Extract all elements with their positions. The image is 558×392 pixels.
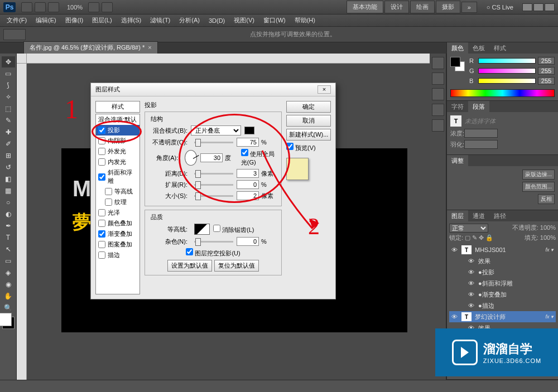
noise-input[interactable] bbox=[237, 237, 259, 246]
style-checkbox[interactable] bbox=[98, 220, 105, 227]
menu-window[interactable]: 窗口(W) bbox=[259, 14, 290, 26]
workspace-basic[interactable]: 基本功能 bbox=[347, 1, 383, 13]
style-checkbox[interactable] bbox=[98, 209, 105, 216]
opacity-input[interactable] bbox=[237, 138, 259, 147]
style-item[interactable]: 描边 bbox=[96, 250, 140, 260]
spread-slider[interactable] bbox=[194, 184, 233, 186]
angle-dial[interactable] bbox=[185, 150, 197, 166]
blur-tool[interactable]: ○ bbox=[2, 197, 15, 208]
style-item[interactable]: 投影 bbox=[96, 125, 140, 135]
workspace-draw[interactable]: 绘画 bbox=[410, 1, 435, 13]
eyedropper-tool[interactable]: ✎ bbox=[2, 115, 15, 126]
type-tool[interactable]: T bbox=[2, 232, 15, 243]
gradient-tool[interactable]: ▦ bbox=[2, 185, 15, 196]
layer-row[interactable]: 👁● 投影 bbox=[449, 267, 556, 278]
new-style-button[interactable]: 新建样式(W)... bbox=[286, 129, 331, 141]
knockout-checkbox[interactable] bbox=[186, 248, 193, 255]
document-tab[interactable]: 名作.jpg @ 46.5% (梦幻设计师, RGB/8#) *× bbox=[23, 41, 158, 54]
crop-tool[interactable]: ⬚ bbox=[2, 103, 15, 114]
history-icon[interactable] bbox=[432, 57, 444, 69]
menu-3d[interactable]: 3D(D) bbox=[204, 16, 229, 26]
style-item[interactable]: 内阴影 bbox=[96, 135, 140, 146]
color-range-button[interactable]: 颜色范围... bbox=[522, 182, 555, 192]
window-minimize[interactable] bbox=[522, 3, 532, 11]
menu-image[interactable]: 图像(I) bbox=[61, 14, 88, 26]
style-checkbox[interactable] bbox=[98, 148, 105, 155]
tab-channels[interactable]: 通道 bbox=[468, 210, 489, 221]
tab-character[interactable]: 字符 bbox=[447, 101, 468, 112]
menu-help[interactable]: 帮助(H) bbox=[290, 14, 320, 26]
screenmode-icon[interactable] bbox=[102, 2, 113, 12]
workspace-design[interactable]: 设计 bbox=[384, 1, 409, 13]
3d-tool[interactable]: ◈ bbox=[2, 267, 15, 278]
layer-row[interactable]: 👁TMHSJS001fx ▾ bbox=[449, 244, 556, 255]
blend-mode-dropdown[interactable]: 正片叠底 bbox=[191, 125, 241, 135]
contour-picker[interactable] bbox=[194, 224, 210, 235]
zoom-level[interactable]: 100% bbox=[67, 4, 83, 11]
layer-row[interactable]: 👁效果 bbox=[449, 255, 556, 267]
style-item[interactable]: 渐变叠加 bbox=[96, 229, 140, 239]
value-b[interactable]: 255 bbox=[538, 77, 555, 85]
styles-header[interactable]: 样式 bbox=[95, 101, 140, 113]
distance-slider[interactable] bbox=[194, 173, 233, 175]
style-checkbox[interactable] bbox=[98, 251, 105, 259]
dialog-title-bar[interactable]: 图层样式 × bbox=[91, 83, 335, 96]
slider-b[interactable] bbox=[478, 78, 536, 84]
hand-tool[interactable]: ✋ bbox=[2, 291, 15, 302]
style-checkbox[interactable] bbox=[105, 188, 112, 195]
window-maximize[interactable] bbox=[533, 3, 543, 11]
layer-row[interactable]: 👁● 斜面和浮雕 bbox=[449, 278, 556, 289]
style-item[interactable]: 等高线 bbox=[96, 186, 140, 197]
global-light-checkbox[interactable] bbox=[241, 149, 248, 156]
bridge-icon[interactable] bbox=[21, 2, 32, 12]
feather-input[interactable] bbox=[464, 140, 498, 149]
layers-icon[interactable] bbox=[432, 104, 444, 116]
style-checkbox[interactable] bbox=[98, 241, 105, 248]
path-tool[interactable]: ↖ bbox=[2, 244, 15, 255]
tab-paragraph[interactable]: 段落 bbox=[468, 101, 489, 112]
move-tool[interactable]: ✥ bbox=[2, 56, 15, 67]
lasso-tool[interactable]: ⟆ bbox=[2, 80, 15, 91]
menu-edit[interactable]: 编辑(E) bbox=[31, 14, 61, 26]
zoom-tool[interactable]: 🔍 bbox=[2, 302, 15, 313]
fx-badge[interactable]: fx ▾ bbox=[545, 314, 554, 320]
style-checkbox[interactable] bbox=[98, 230, 105, 238]
ok-button[interactable]: 确定 bbox=[286, 101, 331, 113]
cs-live[interactable]: CS Live bbox=[483, 3, 517, 12]
blend-mode-select[interactable]: 正常 bbox=[449, 224, 488, 233]
menu-analysis[interactable]: 分析(A) bbox=[175, 14, 204, 26]
viewmode-icon[interactable] bbox=[48, 2, 59, 12]
layer-fill[interactable]: 100% bbox=[540, 234, 556, 241]
brush-tool[interactable]: ✐ bbox=[2, 138, 15, 149]
layer-row[interactable]: 👁● 渐变叠加 bbox=[449, 289, 556, 300]
tool-preset[interactable] bbox=[3, 29, 26, 40]
style-item[interactable]: 斜面和浮雕 bbox=[96, 167, 140, 186]
menu-layer[interactable]: 图层(L) bbox=[88, 14, 116, 26]
fx-badge[interactable]: fx ▾ bbox=[545, 247, 554, 253]
workspace-more[interactable]: » bbox=[461, 2, 477, 13]
shadow-color-swatch[interactable] bbox=[244, 127, 254, 134]
3d-camera-tool[interactable]: ◉ bbox=[2, 279, 15, 290]
cancel-button[interactable]: 取消 bbox=[286, 115, 331, 127]
panel-color-swatch[interactable] bbox=[450, 57, 465, 71]
tab-adjust[interactable]: 调整 bbox=[447, 155, 468, 166]
dodge-tool[interactable]: ◐ bbox=[2, 209, 15, 220]
clone-icon[interactable] bbox=[432, 88, 444, 100]
pen-tool[interactable]: ✒ bbox=[2, 220, 15, 231]
visibility-icon[interactable]: 👁 bbox=[468, 258, 476, 264]
history-brush-tool[interactable]: ↺ bbox=[2, 162, 15, 173]
thickness-input[interactable] bbox=[464, 129, 498, 138]
slider-r[interactable] bbox=[478, 58, 536, 64]
tab-layers[interactable]: 图层 bbox=[447, 210, 468, 221]
mask-edge-button[interactable]: 蒙版边缘... bbox=[522, 170, 555, 180]
visibility-icon[interactable]: 👁 bbox=[468, 269, 476, 275]
preview-checkbox[interactable] bbox=[286, 143, 294, 150]
eraser-tool[interactable]: ◧ bbox=[2, 173, 15, 185]
heal-tool[interactable]: ✚ bbox=[2, 127, 15, 138]
style-item[interactable]: 颜色叠加 bbox=[96, 218, 140, 229]
tab-color[interactable]: 颜色 bbox=[447, 42, 468, 54]
antialias-checkbox[interactable] bbox=[213, 225, 220, 232]
visibility-icon[interactable]: 👁 bbox=[451, 246, 459, 253]
dialog-close-icon[interactable]: × bbox=[318, 85, 331, 94]
channels-icon[interactable] bbox=[432, 119, 444, 132]
